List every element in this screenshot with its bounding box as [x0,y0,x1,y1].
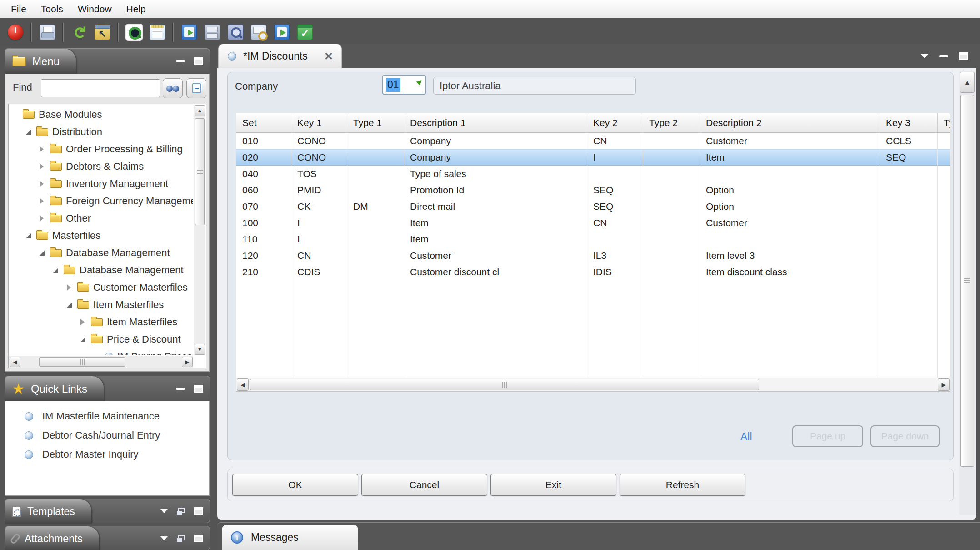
scroll-down-icon[interactable]: ▼ [195,344,205,355]
toolbar-export-button[interactable] [93,23,111,41]
column-header[interactable]: Type 2 [643,113,700,132]
collapsed-arrow-icon[interactable] [40,198,44,204]
refresh-button[interactable]: Refresh [620,474,745,496]
tree-item[interactable]: Base Modules [10,106,193,123]
tree-vertical-scrollbar[interactable]: ▲ ▼ [194,105,205,355]
collapsed-arrow-icon[interactable] [80,319,85,325]
chevron-down-icon[interactable] [160,509,168,513]
tree-item[interactable]: Inventory Management [10,175,193,192]
tab-im-discounts[interactable]: *IM Discounts ✕ [218,44,342,68]
table-row[interactable]: 120CNCustomerIL3Item level 3 [236,247,950,264]
tree-item[interactable]: IM Buying Prices [10,348,193,355]
main-vertical-scrollbar[interactable]: ▲ [959,71,975,515]
attachments-tab[interactable]: Attachments [5,526,99,550]
column-header[interactable]: Key 3 [880,113,938,132]
tree-item[interactable]: Database Management [10,244,193,262]
collapsed-arrow-icon[interactable] [40,181,44,187]
close-icon[interactable]: ✕ [324,51,333,62]
scroll-left-icon[interactable]: ◀ [10,357,20,367]
scroll-right-icon[interactable]: ▶ [182,357,193,367]
expanded-arrow-icon[interactable] [67,303,72,308]
expanded-arrow-icon[interactable] [26,130,31,135]
minimize-icon[interactable] [176,388,185,390]
menu-help[interactable]: Help [119,0,153,18]
table-row[interactable]: 100IItemCNCustomer [236,215,950,231]
tree-item[interactable]: Order Processing & Billing [10,141,193,158]
toolbar-server-button[interactable] [203,23,221,41]
table-row[interactable]: 040TOSType of sales [236,166,950,182]
toolbar-run-2-button[interactable] [273,23,291,41]
column-header[interactable]: Type 1 [347,113,404,132]
company-code-input[interactable]: 01 [382,75,426,95]
toolbar-refresh-button[interactable] [70,23,88,41]
prompt-arrow-icon[interactable] [416,78,423,86]
toolbar-power-button[interactable] [6,23,25,41]
chevron-down-icon[interactable] [921,54,928,58]
exit-button[interactable]: Exit [490,474,616,496]
column-header[interactable]: Key 2 [587,113,643,132]
toolbar-print-button[interactable] [38,23,56,41]
page-up-button[interactable]: Page up [792,425,863,447]
collapse-all-button[interactable] [186,78,206,98]
page-down-button[interactable]: Page down [870,425,940,447]
collapsed-arrow-icon[interactable] [67,284,71,291]
tree-vscroll-thumb[interactable] [195,118,205,225]
tree-item[interactable]: Other [10,210,193,227]
maximize-icon[interactable] [194,507,203,515]
expanded-arrow-icon[interactable] [80,337,85,342]
tree-item[interactable]: Item Masterfiles [10,313,193,331]
quick-link[interactable]: Debtor Master Inquiry [5,445,209,464]
ok-button[interactable]: OK [232,474,358,496]
main-vscroll-thumb[interactable] [960,95,974,467]
table-row[interactable]: 060PMIDPromotion IdSEQOption [236,182,950,198]
column-header[interactable]: Set [236,113,291,132]
quick-link[interactable]: Debtor Cash/Journal Entry [5,426,209,445]
maximize-icon[interactable] [194,385,203,393]
column-header[interactable]: Description 1 [404,113,587,132]
menu-window[interactable]: Window [70,0,119,18]
toolbar-search-db-button[interactable] [226,23,245,41]
cancel-button[interactable]: Cancel [361,474,487,496]
tree-item[interactable]: Debtors & Claims [10,158,193,175]
table-row[interactable]: 110IItem [236,231,950,247]
table-row[interactable]: 210CDISCustomer discount clIDISItem disc… [236,264,950,280]
scroll-up-icon[interactable]: ▲ [960,72,975,93]
column-header[interactable]: Type 3 [938,113,950,132]
toolbar-search-button[interactable] [125,23,143,41]
tree-item[interactable]: Distribution [10,123,193,141]
tree-item[interactable]: Foreign Currency Management [10,192,193,210]
collapsed-arrow-icon[interactable] [40,163,44,170]
templates-tab[interactable]: Templates [5,499,91,524]
tree-item[interactable]: Item Masterfiles [10,296,193,313]
tree-horizontal-scrollbar[interactable]: ◀ ▶ [9,356,193,368]
expanded-arrow-icon[interactable] [40,251,45,256]
collapsed-arrow-icon[interactable] [40,146,44,152]
all-link[interactable]: All [740,431,752,443]
chevron-down-icon[interactable] [160,536,168,540]
tree-item[interactable]: Customer Masterfiles [10,279,193,296]
column-header[interactable]: Key 1 [291,113,347,132]
table-row[interactable]: 070CK-DMDirect mailSEQOption [236,198,950,215]
quick-link[interactable]: IM Masterfile Maintenance [5,407,209,426]
minimize-icon[interactable] [176,60,185,62]
scroll-left-icon[interactable]: ◀ [237,378,249,391]
scroll-up-icon[interactable]: ▲ [195,105,205,116]
tree-item[interactable]: Database Management [10,262,193,279]
toolbar-notes-button[interactable] [148,23,166,41]
toolbar-print-preview-button[interactable] [250,23,268,41]
expanded-arrow-icon[interactable] [26,233,31,238]
tree-hscroll-thumb[interactable] [39,357,125,367]
maximize-icon[interactable] [194,57,203,65]
table-horizontal-scrollbar[interactable]: ◀ ▶ [236,378,950,391]
collapsed-arrow-icon[interactable] [40,215,44,222]
minimize-icon[interactable] [939,55,948,57]
menu-tools[interactable]: Tools [34,0,70,18]
restore-icon[interactable] [177,508,185,515]
find-input[interactable] [41,79,160,97]
maximize-icon[interactable] [959,52,968,60]
table-hscroll-thumb[interactable] [250,379,759,390]
table-row[interactable]: 010CONOCompanyCNCustomerCCLS [236,133,950,149]
table-row[interactable]: 020CONOCompanyIItemSEQ [236,149,950,166]
scroll-right-icon[interactable]: ▶ [938,378,950,391]
expanded-arrow-icon[interactable] [53,268,58,273]
